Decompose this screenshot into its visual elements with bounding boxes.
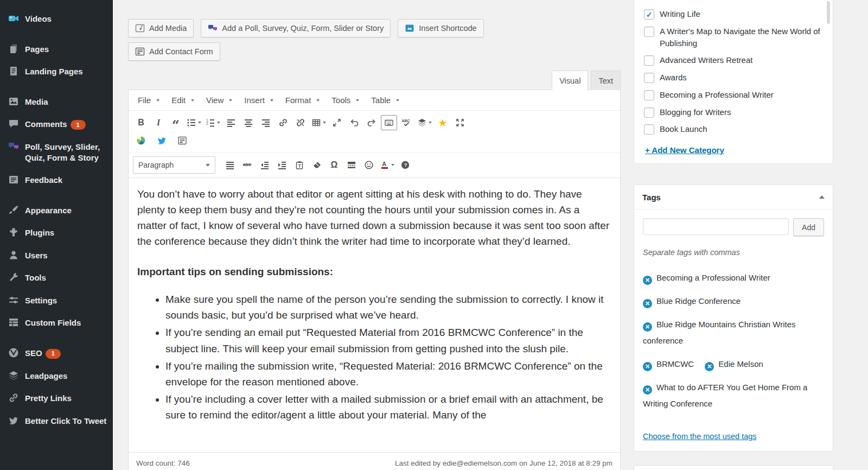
sidebar-item-poll-survey[interactable]: Poll, Survey, Slider, Quiz, Form & Story: [0, 136, 113, 169]
menu-file[interactable]: File: [132, 92, 165, 108]
sidebar-item-appearance[interactable]: Appearance: [0, 199, 113, 222]
add-tag-button[interactable]: Add: [793, 218, 824, 236]
sidebar-item-custom-fields[interactable]: Custom Fields: [0, 312, 113, 334]
collapse-toggle-icon[interactable]: [819, 195, 825, 199]
category-checkbox[interactable]: [644, 107, 654, 118]
chevron-down-icon: [316, 99, 320, 101]
add-contact-form-button[interactable]: Add Contact Form: [128, 42, 220, 61]
toolbar-toggle-button[interactable]: [381, 115, 397, 130]
category-checkbox[interactable]: [644, 27, 654, 37]
remove-tag-icon[interactable]: ✕: [643, 276, 652, 285]
category-checkbox[interactable]: [644, 55, 654, 66]
align-right-button[interactable]: [258, 115, 274, 130]
sidebar-item-comments[interactable]: Comments1: [0, 113, 113, 136]
justify-button[interactable]: [222, 157, 238, 173]
editor-content-area[interactable]: You don’t have to worry about that edito…: [129, 178, 620, 452]
add-media-button[interactable]: Add Media: [128, 19, 194, 37]
blockquote-button[interactable]: “: [168, 115, 184, 130]
help-button[interactable]: ?: [397, 157, 413, 173]
favorite-star-button[interactable]: ★: [435, 115, 451, 130]
twitter-button[interactable]: [154, 133, 170, 148]
emoticons-button[interactable]: [361, 157, 377, 173]
tag-list: ✕Becoming a Professional Writer ✕Blue Ri…: [643, 270, 824, 412]
special-character-button[interactable]: Ω: [326, 157, 342, 173]
choose-most-used-tags-link[interactable]: Choose from the most used tags: [643, 432, 757, 441]
italic-button[interactable]: I: [150, 115, 167, 130]
category-label: A Writer's Map to Navigate the New World…: [660, 26, 825, 49]
insert-shortcode-button[interactable]: Insert Shortcode: [398, 19, 483, 37]
remove-tag-icon[interactable]: ✕: [643, 385, 652, 395]
paragraph-format-select[interactable]: Paragraph: [133, 156, 215, 174]
tag-item: ✕Edie Melson: [705, 359, 763, 369]
category-checkbox[interactable]: [644, 73, 654, 83]
fullscreen-button[interactable]: [452, 115, 468, 130]
remove-tag-icon[interactable]: ✕: [643, 322, 652, 332]
menu-view[interactable]: View: [200, 92, 238, 108]
read-more-button[interactable]: [343, 157, 360, 173]
spellcheck-button[interactable]: ABC: [398, 115, 414, 130]
sidebar-item-settings[interactable]: Settings: [0, 289, 113, 312]
tag-input[interactable]: [643, 218, 789, 235]
tag-label: What to do AFTER You Get Home From a Wri…: [643, 383, 807, 408]
bold-button[interactable]: B: [133, 115, 149, 130]
categories-scrollbar[interactable]: [827, 1, 830, 24]
sidebar-item-seo[interactable]: SEO1: [0, 342, 113, 365]
menu-table[interactable]: Table: [365, 92, 405, 108]
sidebar-item-leadpages[interactable]: Leadpages: [0, 365, 113, 388]
menu-edit[interactable]: Edit: [165, 92, 200, 108]
sidebar-item-feedback[interactable]: Feedback: [0, 169, 113, 192]
settings-sliders-icon: [8, 295, 19, 306]
remove-tag-icon[interactable]: ✕: [643, 362, 652, 371]
undo-button[interactable]: [346, 115, 362, 130]
text-color-button[interactable]: A: [378, 157, 396, 173]
form-insert-button[interactable]: [174, 133, 190, 148]
bullet-item: If you’re including a cover letter with …: [165, 391, 611, 423]
sidebar-item-users[interactable]: Users: [0, 244, 113, 267]
category-checkbox[interactable]: [644, 124, 654, 135]
remove-link-button[interactable]: [292, 115, 309, 130]
table-button[interactable]: [310, 115, 328, 130]
sidebar-item-pages[interactable]: Pages: [0, 38, 113, 61]
add-poll-survey-button[interactable]: Add a Poll, Survey, Quiz, Form, Slider o…: [201, 19, 391, 37]
add-new-category-link[interactable]: + Add New Category: [645, 145, 724, 155]
svg-text:A: A: [382, 161, 386, 167]
insert-link-button[interactable]: [275, 115, 291, 130]
outdent-button[interactable]: [257, 157, 273, 173]
distraction-free-button[interactable]: [329, 115, 345, 130]
category-label: Advanced Writers Retreat: [660, 54, 752, 66]
paste-as-text-button[interactable]: T: [291, 157, 308, 173]
sidebar-item-better-click-to-tweet[interactable]: Better Click To Tweet: [0, 410, 113, 433]
strikethrough-button[interactable]: ABC: [239, 157, 256, 173]
tab-visual[interactable]: Visual: [552, 71, 588, 90]
content-paragraph: You don’t have to worry about that edito…: [137, 186, 611, 249]
sidebar-item-landing-pages[interactable]: Landing Pages: [0, 60, 113, 83]
menu-tools[interactable]: Tools: [326, 92, 365, 108]
menu-insert[interactable]: Insert: [238, 92, 279, 108]
sidebar-item-media[interactable]: Media: [0, 91, 113, 113]
bullet-list-button[interactable]: [185, 115, 203, 130]
tab-text[interactable]: Text: [591, 71, 621, 90]
sidebar-item-tools[interactable]: Tools: [0, 266, 113, 289]
sidebar-item-pretty-links[interactable]: Pretty Links: [0, 387, 113, 410]
symbols-pinwheel-button[interactable]: [133, 133, 149, 148]
redo-button[interactable]: [363, 115, 380, 130]
layers-button[interactable]: [416, 115, 433, 130]
appearance-brush-icon: [8, 205, 19, 215]
align-center-button[interactable]: [240, 115, 257, 130]
clear-formatting-button[interactable]: [309, 157, 325, 173]
remove-tag-icon[interactable]: ✕: [705, 362, 714, 371]
category-checkbox[interactable]: [644, 90, 654, 100]
tags-panel-header[interactable]: Tags: [634, 185, 833, 209]
remove-tag-icon[interactable]: ✕: [643, 299, 652, 308]
indent-button[interactable]: [274, 157, 290, 173]
sidebar-item-videos[interactable]: Videos: [0, 8, 113, 30]
category-item: Writing Life: [644, 5, 825, 23]
sidebar-item-plugins[interactable]: Plugins: [0, 221, 113, 244]
numbered-list-button[interactable]: 1.2.: [204, 115, 222, 130]
plugins-icon: [8, 227, 19, 238]
tag-label: Blue Ridge Conference: [656, 296, 741, 306]
category-checkbox[interactable]: [644, 9, 654, 20]
align-left-button[interactable]: [223, 115, 239, 130]
leadpages-layers-icon: [8, 370, 19, 381]
menu-format[interactable]: Format: [279, 92, 326, 108]
